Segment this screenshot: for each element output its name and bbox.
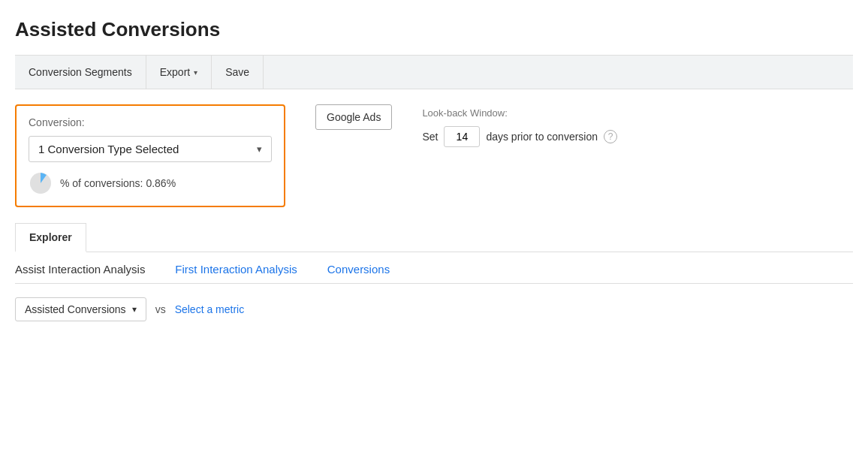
- help-icon[interactable]: ?: [604, 130, 617, 143]
- conversion-stats: % of conversions: 0.86%: [29, 171, 272, 195]
- lookback-days-input[interactable]: [444, 126, 480, 147]
- vs-text: vs: [155, 303, 166, 315]
- conversion-label: Conversion:: [29, 116, 272, 128]
- metric-dropdown-label: Assisted Conversions: [25, 303, 126, 315]
- page-title: Assisted Conversions: [15, 18, 853, 41]
- separator-1: [158, 264, 161, 276]
- google-ads-button[interactable]: Google Ads: [315, 104, 392, 130]
- analysis-link-conversions[interactable]: Conversions: [327, 263, 403, 276]
- separator-2: [311, 264, 314, 276]
- tab-explorer[interactable]: Explorer: [15, 223, 86, 252]
- lookback-set-label: Set: [422, 131, 438, 143]
- save-button[interactable]: Save: [212, 56, 264, 89]
- lookback-section: Look-back Window: Set days prior to conv…: [422, 104, 617, 147]
- conversion-dropdown-arrow-icon: ▾: [257, 143, 262, 155]
- metric-dropdown[interactable]: Assisted Conversions ▾: [15, 297, 146, 321]
- main-content: Conversion: 1 Conversion Type Selected ▾…: [15, 89, 853, 321]
- conversion-dropdown[interactable]: 1 Conversion Type Selected ▾: [29, 136, 272, 162]
- metric-dropdown-arrow-icon: ▾: [132, 304, 137, 315]
- analysis-link-assist[interactable]: Assist Interaction Analysis: [15, 263, 158, 276]
- middle-filter: Google Ads: [315, 104, 392, 139]
- lookback-suffix: days prior to conversion: [486, 131, 598, 143]
- tabs-bar: Explorer: [15, 222, 853, 252]
- export-button[interactable]: Export ▾: [146, 56, 212, 89]
- analysis-link-first-interaction[interactable]: First Interaction Analysis: [175, 263, 311, 276]
- analysis-row: Assist Interaction Analysis First Intera…: [15, 252, 853, 284]
- lookback-row: Set days prior to conversion ?: [422, 126, 617, 147]
- export-chevron-icon: ▾: [194, 68, 197, 77]
- filter-row: Conversion: 1 Conversion Type Selected ▾…: [15, 104, 853, 207]
- lookback-title: Look-back Window:: [422, 107, 617, 119]
- page-container: Assisted Conversions Conversion Segments…: [0, 0, 868, 336]
- metric-row: Assisted Conversions ▾ vs Select a metri…: [15, 284, 853, 321]
- select-metric-link[interactable]: Select a metric: [175, 303, 245, 315]
- pie-chart-icon: [29, 171, 53, 195]
- conversion-dropdown-value: 1 Conversion Type Selected: [38, 143, 179, 155]
- toolbar: Conversion Segments Export ▾ Save: [15, 55, 853, 89]
- conversion-box: Conversion: 1 Conversion Type Selected ▾…: [15, 104, 285, 207]
- conversion-stats-text: % of conversions: 0.86%: [60, 177, 176, 189]
- conversion-segments-button[interactable]: Conversion Segments: [15, 56, 146, 89]
